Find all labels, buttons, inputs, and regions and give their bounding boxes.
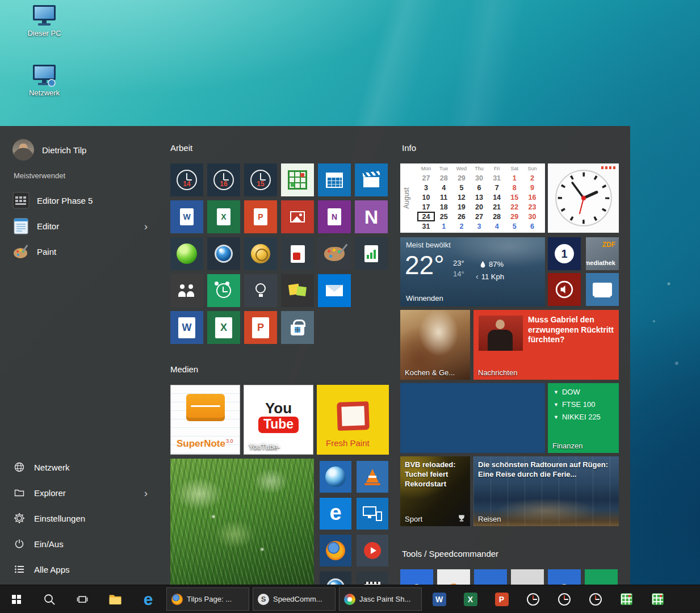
tile-tv-app[interactable]	[586, 273, 619, 306]
zdf-logo: ZDF	[602, 241, 615, 249]
tile-countdown-timer-2[interactable]: 16	[207, 163, 240, 196]
tile-ard-mediathek[interactable]: 1	[548, 237, 581, 270]
tile-blank-blue[interactable]	[400, 383, 545, 453]
calendar-day-cell: 29	[452, 173, 470, 183]
menu-item-ein-aus[interactable]: Ein/Aus	[5, 534, 156, 554]
taskbar-timer-button-2[interactable]	[548, 585, 580, 613]
tile-tools-app-4[interactable]	[511, 569, 544, 585]
taskbar-word-button[interactable]: W	[424, 585, 455, 613]
search-button[interactable]	[33, 585, 66, 613]
tile-calendar-gadget[interactable]: August MonTueWedThuFriSatSun 27282930311…	[400, 163, 545, 233]
tile-gold-app[interactable]	[244, 237, 277, 270]
weather-humidity: 87%	[480, 260, 504, 268]
chevron-right-icon[interactable]: ›	[144, 488, 148, 498]
tile-edge[interactable]: e	[320, 498, 351, 530]
tile-tools-app-1[interactable]	[400, 569, 433, 585]
tile-word[interactable]: W	[170, 311, 203, 344]
tile-film-app[interactable]	[357, 572, 388, 585]
tile-red-app[interactable]	[281, 200, 314, 233]
tile-reisen[interactable]: Die schönsten Radtouren auf Rügen: Eine …	[473, 456, 619, 526]
most-used-item-editor-phase-5[interactable]: Editor Phase 5	[5, 190, 156, 211]
edge-button[interactable]: e	[132, 585, 165, 613]
taskbar-excel-button[interactable]: X	[455, 585, 486, 613]
tile-camera-lens-app[interactable]	[207, 237, 240, 270]
desktop-icon-dieser-pc[interactable]: Dieser PC	[18, 5, 70, 37]
tile-grid-app[interactable]	[281, 163, 314, 196]
tile-google-earth[interactable]	[320, 461, 351, 493]
tile-radio-speaker[interactable]	[548, 273, 581, 306]
calendar-day-cell: 27	[417, 173, 435, 183]
down-triangle-icon: ▼	[554, 389, 559, 395]
taskbar-powerpoint-button[interactable]: P	[486, 585, 517, 613]
taskbar-app-speedcommander[interactable]: S SpeedComm...	[253, 587, 336, 611]
tile-zdf-mediathek[interactable]: ZDF mediathek	[586, 237, 619, 270]
timer-number: 15	[252, 180, 270, 188]
tile-finanzen[interactable]: ▼ DOW ▼ FTSE 100 ▼ NIKKEI 225 Finanzen	[548, 383, 619, 453]
menu-item-explorer[interactable]: Explorer ›	[5, 482, 156, 503]
tile-store[interactable]	[281, 311, 314, 344]
tile-connect-devices[interactable]	[357, 498, 388, 530]
user-profile-button[interactable]: Dietrich Tilp	[12, 138, 86, 161]
tile-photo-gallery[interactable]	[170, 459, 314, 585]
tile-excel[interactable]: X	[207, 311, 240, 344]
tile-weather[interactable]: Meist bewölkt 22° 23° 14° 87% ‹ 11 Kph W…	[400, 237, 545, 306]
desktop-icon-netzwerk[interactable]: Netzwerk	[18, 64, 70, 97]
tile-onenote-medium[interactable]: N	[355, 200, 388, 233]
start-button[interactable]	[0, 585, 33, 613]
tile-sport[interactable]: BVB reloaded: Tuchel feiert Rekordstart …	[400, 456, 470, 526]
powerpoint-letter: P	[258, 212, 263, 221]
taskbar-timer-button-3[interactable]	[580, 585, 611, 613]
file-explorer-button[interactable]	[99, 585, 132, 613]
tile-powerpoint[interactable]: P	[244, 311, 277, 344]
menu-item-einstellungen[interactable]: Einstellungen	[5, 508, 156, 528]
taskbar-timer-button-1[interactable]	[517, 585, 548, 613]
tile-tools-app-3[interactable]	[474, 569, 507, 585]
tile-kochen[interactable]: Kochen & Ge...	[400, 310, 470, 380]
tile-paint-palette-app[interactable]	[318, 237, 351, 270]
tile-sticky-notes[interactable]	[281, 274, 314, 307]
tile-mail[interactable]	[318, 274, 351, 307]
taskbar-app-firefox[interactable]: Tilps Page: ...	[166, 587, 249, 611]
calendar-day-cell: 12	[452, 192, 470, 202]
tile-idea-bulb-app[interactable]	[244, 274, 277, 307]
finanzen-row: ▼ NIKKEI 225	[554, 413, 617, 421]
taskbar-app-jasc-paintshop[interactable]: Jasc Paint Sh...	[339, 587, 422, 611]
chevron-right-icon[interactable]: ›	[144, 221, 148, 232]
tile-alarm[interactable]	[207, 274, 240, 307]
settings-gear-icon	[14, 513, 25, 524]
calendar-day-cell: 17	[417, 202, 435, 212]
tile-youtube[interactable]: You Tube YouTube-	[244, 385, 313, 455]
most-used-item-editor[interactable]: Editor ›	[5, 216, 156, 236]
tile-media-player[interactable]	[357, 535, 388, 566]
most-used-item-paint[interactable]: Paint	[5, 241, 156, 262]
tile-vlc[interactable]	[357, 461, 388, 493]
task-view-button[interactable]	[66, 585, 99, 613]
tile-powerpoint-small[interactable]: P	[244, 200, 277, 233]
tile-firefox[interactable]	[320, 535, 351, 566]
tile-excel-small[interactable]: X	[207, 200, 240, 233]
powerpoint-letter: P	[257, 322, 264, 334]
tile-countdown-timer-3[interactable]: 15	[244, 163, 277, 196]
tile-fresh-paint[interactable]: Fresh Paint	[317, 385, 389, 455]
tile-tools-app-2[interactable]	[437, 569, 470, 585]
tile-kontakte[interactable]	[170, 274, 203, 307]
tile-green-globe-app[interactable]	[170, 237, 203, 270]
taskbar-grid-app-button-1[interactable]	[611, 585, 642, 613]
tile-countdown-timer-1[interactable]: 14	[170, 163, 203, 196]
tile-word-small[interactable]: W	[170, 200, 203, 233]
computer-icon	[31, 5, 57, 27]
menu-item-netzwerk[interactable]: Netzwerk	[5, 457, 156, 477]
tile-onenote-small[interactable]: N	[318, 200, 351, 233]
taskbar-grid-app-button-2[interactable]	[642, 585, 673, 613]
tile-nachrichten[interactable]: Muss Gabriel den erzwungenen Rücktritt f…	[473, 310, 619, 380]
menu-item-alle-apps[interactable]: Alle Apps	[5, 559, 156, 580]
tile-pdf-reader[interactable]	[281, 237, 314, 270]
tile-supernote[interactable]: SuperNote3.0	[170, 385, 240, 455]
tile-chart-document-app[interactable]	[355, 237, 388, 270]
tile-camera-lens-2[interactable]	[320, 572, 351, 585]
tile-kalender-app[interactable]	[318, 163, 351, 196]
tile-tools-app-6[interactable]	[585, 569, 618, 585]
tile-movie-app[interactable]	[355, 163, 388, 196]
tile-tools-app-5[interactable]	[548, 569, 581, 585]
tile-analog-clock-gadget[interactable]	[548, 163, 619, 233]
